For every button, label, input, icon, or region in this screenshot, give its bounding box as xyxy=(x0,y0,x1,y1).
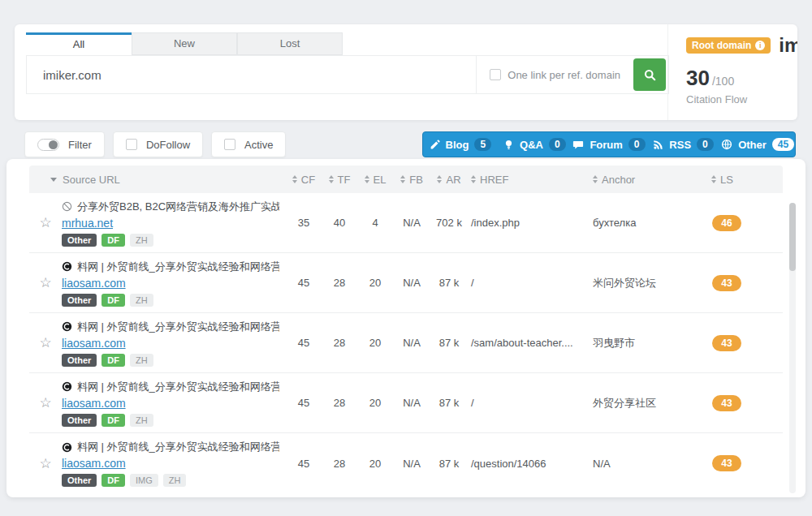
source-domain-link[interactable]: liaosam.com xyxy=(62,457,126,470)
ls-badge: 46 xyxy=(712,215,741,231)
type-button-qa[interactable]: Q&A 0 xyxy=(498,132,572,157)
table-row: ☆ 料网 | 外贸前线_分享外贸实战经验和网络营销... liaosam.com… xyxy=(29,253,783,313)
tag-badge: IMG xyxy=(130,474,158,487)
tag-badge: DF xyxy=(102,474,125,487)
fb-value: N/A xyxy=(393,277,430,289)
column-header-anchor[interactable]: Anchor xyxy=(590,174,708,186)
filter-toggle-group[interactable]: Filter xyxy=(24,131,105,157)
tag-badge: DF xyxy=(102,354,125,367)
type-button-blog[interactable]: Blog 5 xyxy=(423,132,498,157)
page-title: 料网 | 外贸前线_分享外贸实战经验和网络营销... xyxy=(77,440,279,454)
column-header-tf[interactable]: TF xyxy=(322,174,357,186)
citation-flow-score: 30/100 xyxy=(686,66,797,91)
type-button-forum[interactable]: Forum 0 xyxy=(572,132,646,157)
tab-lost[interactable]: Lost xyxy=(237,32,343,55)
column-header-ar[interactable]: AR xyxy=(430,174,468,186)
column-header-fb[interactable]: FB xyxy=(393,174,430,186)
tf-value: 28 xyxy=(322,458,357,470)
caret-down-icon xyxy=(50,178,57,182)
table-row: ☆ 料网 | 外贸前线_分享外贸实战经验和网络营销... liaosam.com… xyxy=(29,433,783,493)
column-label: CF xyxy=(301,174,315,186)
table-row: ☆ 料网 | 外贸前线_分享外贸实战经验和网络营销... liaosam.com… xyxy=(29,373,783,433)
tf-value: 40 xyxy=(322,217,357,229)
sort-icon xyxy=(711,175,716,183)
source-domain-link[interactable]: mrhua.net xyxy=(62,217,113,230)
el-value: 4 xyxy=(357,217,393,229)
href-value: / xyxy=(468,397,590,409)
column-label: EL xyxy=(374,174,387,186)
anchor-value: 外贸分享社区 xyxy=(590,396,708,411)
source-cell: 料网 | 外贸前线_分享外贸实战经验和网络营销... liaosam.com O… xyxy=(62,440,286,487)
type-count: 0 xyxy=(628,138,646,151)
dofollow-checkbox[interactable] xyxy=(126,139,137,150)
cf-value: 45 xyxy=(286,397,322,409)
vertical-scrollbar[interactable] xyxy=(789,203,796,493)
ls-badge: 43 xyxy=(712,395,741,411)
one-link-checkbox-group[interactable]: One link per ref. domain xyxy=(477,69,633,81)
column-label: HREF xyxy=(480,174,508,186)
scrollbar-thumb[interactable] xyxy=(789,203,796,271)
star-icon[interactable]: ☆ xyxy=(39,395,51,411)
filter-bar: Filter DoFollow Active Blog 5 Q&A 0 Foru… xyxy=(24,131,796,157)
column-header-cf[interactable]: CF xyxy=(286,174,322,186)
source-cell: 料网 | 外贸前线_分享外贸实战经验和网络营销... liaosam.com O… xyxy=(62,260,286,307)
search-zone: All New Lost One link per ref. domain xyxy=(26,32,669,94)
column-header-href[interactable]: HREF xyxy=(468,174,590,186)
source-domain-link[interactable]: liaosam.com xyxy=(62,277,126,290)
active-checkbox-group[interactable]: Active xyxy=(211,131,286,157)
ar-value: 702 k xyxy=(430,217,468,229)
star-icon[interactable]: ☆ xyxy=(39,456,51,471)
source-domain-link[interactable]: liaosam.com xyxy=(62,337,126,350)
tag-badge: ZH xyxy=(130,234,153,247)
type-label: Q&A xyxy=(520,139,543,151)
cf-value: 45 xyxy=(286,458,322,470)
one-link-checkbox[interactable] xyxy=(490,69,501,80)
tag-badge: DF xyxy=(102,414,125,427)
cf-value: 35 xyxy=(286,217,322,229)
star-icon[interactable]: ☆ xyxy=(39,335,51,350)
active-label: Active xyxy=(244,139,273,151)
type-label: Blog xyxy=(446,139,469,151)
tab-new[interactable]: New xyxy=(132,32,237,55)
score-value: 30 xyxy=(686,66,710,90)
column-label: Source URL xyxy=(63,174,120,186)
tf-value: 28 xyxy=(322,337,357,349)
toggle-knob xyxy=(49,140,58,149)
anchor-value: N/A xyxy=(590,458,708,470)
tag-badge: Other xyxy=(62,294,97,307)
one-link-checkbox-label: One link per ref. domain xyxy=(508,69,620,81)
search-button[interactable] xyxy=(633,58,666,91)
tag-badge: ZH xyxy=(163,474,187,487)
href-value: / xyxy=(468,277,590,289)
table-header: Source URL CF TF EL FB AR HREF Anchor LS xyxy=(29,166,783,193)
sort-icon xyxy=(329,175,334,183)
type-count: 0 xyxy=(549,138,566,151)
ar-value: 87 k xyxy=(430,458,468,470)
column-header-ls[interactable]: LS xyxy=(708,174,783,186)
fb-value: N/A xyxy=(393,458,430,470)
domain-search-input[interactable] xyxy=(27,68,476,82)
fb-value: N/A xyxy=(393,337,430,349)
score-label: Citation Flow xyxy=(686,93,797,105)
dofollow-checkbox-group[interactable]: DoFollow xyxy=(113,131,203,157)
fb-value: N/A xyxy=(393,397,430,409)
star-icon[interactable]: ☆ xyxy=(39,275,51,290)
type-button-other[interactable]: Other 45 xyxy=(720,132,795,157)
site-favicon-icon xyxy=(62,261,72,272)
globe-favicon-icon xyxy=(62,201,72,212)
info-icon[interactable]: i xyxy=(755,41,765,50)
column-header-el[interactable]: EL xyxy=(357,174,393,186)
type-button-rss[interactable]: RSS 0 xyxy=(646,132,721,157)
href-value: /question/14066 xyxy=(468,458,590,470)
table-row: ☆ 料网 | 外贸前线_分享外贸实战经验和网络营销... liaosam.com… xyxy=(29,313,783,373)
tab-all[interactable]: All xyxy=(26,32,132,55)
root-domain-badge[interactable]: Root domain i xyxy=(686,37,771,54)
filter-toggle[interactable] xyxy=(37,139,59,151)
search-row: One link per ref. domain xyxy=(26,55,669,94)
source-cell: 分享外贸B2B, B2C网络营销及海外推广实战... mrhua.net Oth… xyxy=(62,200,286,247)
star-icon[interactable]: ☆ xyxy=(39,215,51,230)
source-domain-link[interactable]: liaosam.com xyxy=(62,397,126,410)
column-header-source-url[interactable]: Source URL xyxy=(29,174,286,186)
search-card: All New Lost One link per ref. domain Ro… xyxy=(15,24,797,120)
active-checkbox[interactable] xyxy=(224,139,235,150)
